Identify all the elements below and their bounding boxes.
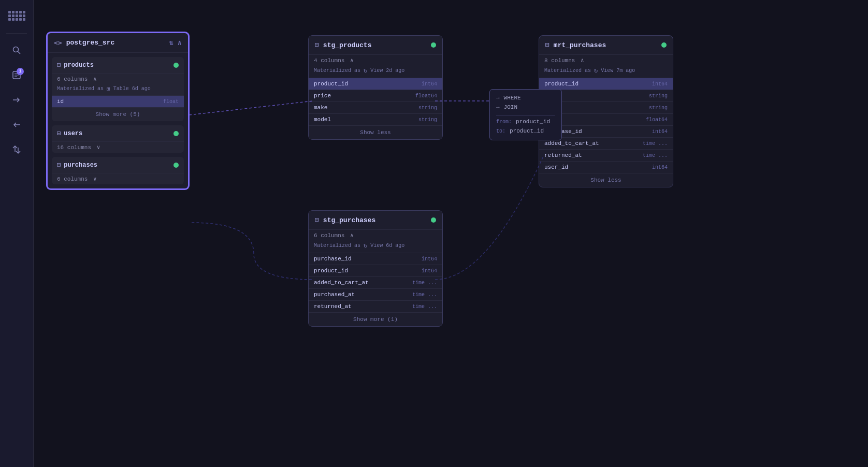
field-stg-model[interactable]: model string [309, 113, 442, 125]
join-tooltip: → WHERE → JOIN from: product_id to: prod… [489, 89, 562, 140]
swap-btn[interactable] [8, 141, 25, 158]
node-actions[interactable]: ⇅ ∧ [169, 38, 182, 47]
table-icon-stg-purchases: ⊟ [315, 216, 319, 224]
field-type-stg-purchased-at: time ... [412, 292, 437, 298]
filter-icon-btn[interactable]: 1 [8, 67, 25, 83]
node-title-stg-purchases: stg_purchases [323, 216, 375, 224]
field-type-stg-price: float64 [415, 93, 437, 99]
show-less-stg-products[interactable]: Show less [309, 125, 442, 139]
field-name-stg-product-id2: product_id [314, 268, 348, 274]
field-name-stg-purchased-at: purchased_at [314, 291, 355, 298]
sidebar: 1 [0, 0, 34, 467]
field-stg-product-id[interactable]: product_id int64 [309, 78, 442, 90]
field-name-stg-price: price [314, 93, 331, 99]
field-stg-added-to-cart[interactable]: added_to_cart_at time ... [309, 276, 442, 288]
node-header-left-mrt: ⊟ mrt_purchases [545, 41, 606, 49]
tooltip-where-line: → WHERE [496, 94, 555, 103]
sub-table-name-purchases: purchases [64, 162, 97, 169]
field-row-id[interactable]: id float [52, 95, 184, 107]
field-type-stg-make: string [418, 105, 437, 111]
field-stg-make[interactable]: make string [309, 101, 442, 113]
field-type-mrt-returned-at: time ... [643, 153, 668, 158]
node-header-left-stg: ⊟ stg_products [315, 41, 371, 49]
table-icon-stg-products: ⊟ [315, 41, 319, 49]
field-type-stg-returned-at: time ... [412, 304, 437, 310]
search-icon [12, 46, 21, 55]
status-dot-products [173, 63, 179, 68]
field-stg-purchase-id[interactable]: purchase_id int64 [309, 253, 442, 265]
field-type-stg-added-to-cart: time ... [412, 280, 437, 286]
field-stg-price[interactable]: price float64 [309, 90, 442, 101]
sort-icon[interactable]: ⇅ [169, 38, 173, 47]
field-name-mrt-user-id: user_id [544, 164, 568, 170]
arrow-right-icon [12, 95, 21, 105]
mrt-purchases-mat: Materialized as ↻ View 7m ago [539, 66, 673, 78]
node-header-postgres-src: <> postgres_src ⇅ ∧ [48, 33, 188, 53]
field-mrt-product-id[interactable]: product_id int64 [539, 78, 673, 90]
node-postgres-src[interactable]: <> postgres_src ⇅ ∧ ⊟ products 6 columns… [47, 32, 189, 189]
sub-table-name-users: users [64, 130, 82, 137]
tooltip-from-value: product_id [516, 118, 550, 127]
field-type-stg-product-id2: int64 [422, 268, 437, 274]
filter-badge: 1 [17, 68, 24, 75]
show-more-stg-purchases[interactable]: Show more (1) [309, 312, 442, 326]
field-name-mrt-product-id: product_id [544, 81, 578, 87]
field-name-id: id [57, 98, 64, 105]
field-type-mrt-user-id: int64 [652, 165, 668, 170]
search-icon-btn[interactable] [8, 42, 25, 59]
field-mrt-user-id[interactable]: user_id int64 [539, 161, 673, 173]
field-type-mrt-price: float64 [646, 117, 668, 123]
sub-table-name-products: products [64, 62, 94, 69]
field-name-stg-make: make [314, 105, 327, 111]
sidebar-divider [6, 33, 27, 34]
materialized-products: Materialized as ⊞ Table 6d ago [52, 84, 184, 95]
arrow-left-icon [12, 120, 21, 129]
field-name-mrt-added-to-cart: added_to_cart_at [544, 140, 599, 147]
field-type-stg-product-id: int64 [422, 81, 437, 87]
sub-table-purchases[interactable]: ⊟ purchases 6 columns ∨ [52, 157, 184, 184]
field-name-stg-model: model [314, 116, 331, 123]
node-header-stg-purchases: ⊟ stg_purchases [309, 211, 442, 230]
field-mrt-returned-at[interactable]: returned_at time ... [539, 149, 673, 161]
tooltip-arrow-join: → [496, 103, 500, 112]
table-icon-mrt-purchases: ⊟ [545, 41, 549, 49]
node-header-left: <> postgres_src [54, 39, 114, 47]
status-dot-purchases [173, 163, 179, 168]
tooltip-where-label: WHERE [504, 94, 521, 103]
field-name-stg-returned-at: returned_at [314, 303, 352, 310]
node-stg-purchases[interactable]: ⊟ stg_purchases 6 columns ∧ Materialized… [308, 210, 443, 327]
field-name-stg-purchase-id: purchase_id [314, 256, 352, 262]
field-type-id: float [163, 99, 179, 105]
field-type-mrt-product-id: int64 [652, 81, 668, 87]
tooltip-join-line: → JOIN [496, 103, 555, 112]
table-icon-users: ⊟ [57, 129, 61, 137]
swap-icon [12, 145, 21, 154]
collapse-icon[interactable]: ∧ [178, 38, 182, 47]
sub-table-products[interactable]: ⊟ products 6 columns ∧ Materialized as ⊞… [52, 57, 184, 121]
status-dot-stg-products [431, 42, 436, 48]
tooltip-arrow-where: → [496, 94, 500, 103]
show-less-mrt-purchases[interactable]: Show less [539, 173, 673, 187]
sub-table-header-purchases: ⊟ purchases [52, 157, 184, 173]
logo-button[interactable] [7, 6, 26, 25]
arrow-left-btn[interactable] [8, 116, 25, 133]
arrow-right-btn[interactable] [8, 92, 25, 108]
field-name-mrt-returned-at: returned_at [544, 152, 582, 158]
mrt-purchases-col-count: 8 columns ∧ [539, 55, 673, 66]
sub-table-header-users: ⊟ users [52, 125, 184, 142]
node-header-left-stg-p: ⊟ stg_purchases [315, 216, 375, 224]
field-stg-product-id2[interactable]: product_id int64 [309, 265, 442, 276]
tooltip-to-value: product_id [510, 127, 544, 136]
node-stg-products[interactable]: ⊟ stg_products 4 columns ∧ Materialized … [308, 35, 443, 140]
node-header-stg-products: ⊟ stg_products [309, 36, 442, 55]
show-more-products[interactable]: Show more (5) [52, 107, 184, 121]
stg-products-mat: Materialized as ↻ View 2d ago [309, 66, 442, 78]
field-type-stg-purchase-id: int64 [422, 256, 437, 262]
sub-table-users[interactable]: ⊟ users 16 columns ∨ [52, 125, 184, 153]
stg-purchases-mat: Materialized as ↻ View 6d ago [309, 241, 442, 253]
source-icon: <> [54, 39, 62, 47]
field-stg-purchased-at[interactable]: purchased_at time ... [309, 288, 442, 300]
columns-count-products: 6 columns ∧ [52, 74, 184, 84]
field-type-mrt-purchase-id: int64 [652, 129, 668, 135]
field-stg-returned-at[interactable]: returned_at time ... [309, 300, 442, 312]
